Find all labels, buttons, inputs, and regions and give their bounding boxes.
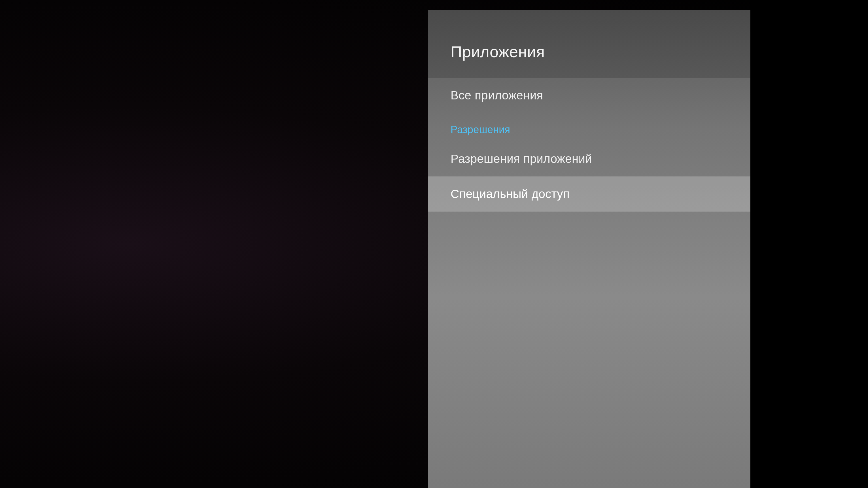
panel-header: Приложения [428,10,750,78]
panel-title: Приложения [451,42,728,61]
screen-background: Приложения Все приложения Разрешения Раз… [0,0,868,488]
menu-item-label: Разрешения приложений [451,152,592,166]
menu-item-special-access[interactable]: Специальный доступ [428,176,750,212]
section-label-text: Разрешения [451,124,510,136]
menu-item-all-apps[interactable]: Все приложения [428,78,750,113]
section-permissions: Разрешения [428,113,750,141]
settings-panel: Приложения Все приложения Разрешения Раз… [428,10,750,488]
right-bezel [750,0,868,488]
menu-item-app-permissions[interactable]: Разрешения приложений [428,141,750,176]
menu-item-label: Специальный доступ [451,187,569,201]
menu-item-label: Все приложения [451,89,543,102]
